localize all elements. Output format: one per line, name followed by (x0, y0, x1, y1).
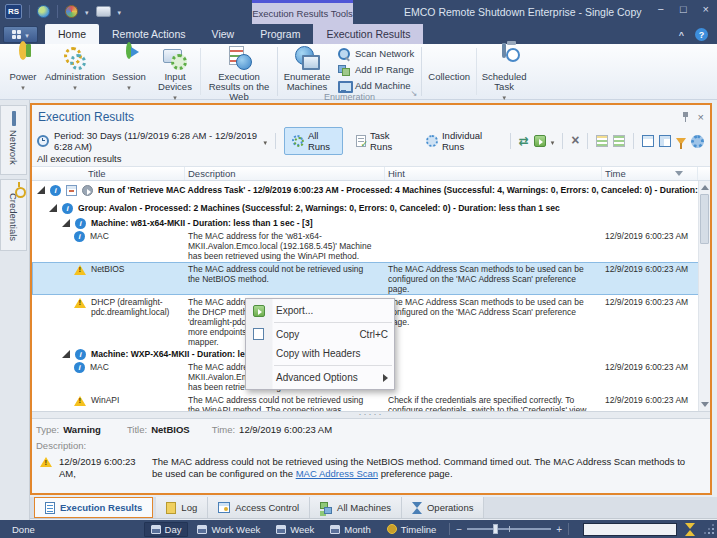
table-row-result[interactable]: MAC The MAC address for the 'w81-x64-MKI… (32, 229, 710, 262)
qat-customize-icon[interactable] (118, 6, 122, 17)
scrollbar-thumb[interactable] (700, 194, 709, 244)
minimize-button[interactable] (657, 3, 663, 15)
tab-access-control[interactable]: Access Control (208, 497, 310, 518)
day-view-button[interactable]: Day (144, 522, 189, 537)
shortcut-label: Ctrl+C (359, 329, 388, 340)
tab-home[interactable]: Home (45, 24, 99, 44)
tab-execution-results[interactable]: Execution Results (313, 24, 423, 44)
menu-item-export[interactable]: Export... (246, 301, 394, 320)
delete-icon[interactable] (571, 135, 579, 147)
dropdown-arrow-icon[interactable] (551, 136, 555, 147)
session-button[interactable]: Session (107, 44, 151, 103)
menu-item-copy[interactable]: Copy Ctrl+C (246, 325, 394, 344)
collection-button[interactable]: Collection (423, 44, 475, 103)
month-view-button[interactable]: Month (323, 522, 377, 537)
add-machine-button[interactable]: Add Machine (338, 79, 414, 92)
scan-network-button[interactable]: Scan Network (338, 47, 414, 60)
administration-button[interactable]: Administration (43, 44, 107, 103)
collapse-ribbon-icon[interactable] (679, 30, 684, 40)
group-label: Enumeration (279, 92, 420, 102)
splitter-handle[interactable] (32, 411, 710, 419)
side-tab-strip: Network Credentials (0, 100, 30, 520)
dropdown-arrow-icon[interactable] (264, 136, 268, 147)
expander-icon[interactable] (37, 186, 45, 194)
expand-all-icon[interactable] (596, 135, 608, 147)
grid-view-icon[interactable] (659, 135, 671, 147)
resize-grip[interactable] (703, 525, 715, 537)
add-ip-range-button[interactable]: Add IP Range (338, 63, 414, 76)
expander-icon[interactable] (62, 219, 70, 227)
power-button[interactable]: Power (3, 44, 43, 103)
task-runs-button[interactable]: Task Runs (348, 127, 413, 155)
column-header-title[interactable]: Title (32, 167, 185, 180)
table-row-machine[interactable]: Machine: w81-x64-MKII - Duration: less t… (32, 217, 710, 229)
dropdown-arrow-icon (502, 92, 506, 103)
panel-close-icon[interactable] (698, 112, 704, 122)
enumerate-machines-button[interactable]: Enumerate Machines (279, 44, 335, 92)
week-view-button[interactable]: Week (269, 522, 321, 537)
maximize-button[interactable] (680, 3, 687, 15)
tab-remote-actions[interactable]: Remote Actions (99, 24, 199, 44)
filter-icon[interactable] (676, 138, 686, 145)
collapse-all-icon[interactable] (613, 135, 625, 147)
row-text: Group: Avalon - Processed: 2 Machines (S… (78, 203, 560, 213)
tab-view[interactable]: View (199, 24, 248, 44)
web-icon[interactable] (37, 5, 50, 18)
pin-icon[interactable] (681, 112, 690, 122)
compare-icon[interactable] (519, 134, 529, 148)
column-header-description[interactable]: Description (185, 167, 385, 180)
details-view-icon[interactable] (642, 135, 654, 147)
table-row-run[interactable]: Run of 'Retrieve MAC Address Task' - 12/… (32, 181, 710, 199)
column-header-hint[interactable]: Hint (385, 167, 602, 180)
button-label: Input Devices (151, 72, 199, 92)
vertical-scrollbar[interactable] (698, 181, 710, 411)
sidebar-tab-credentials[interactable]: Credentials (0, 179, 27, 251)
period-selector[interactable]: Period: 30 Days (11/9/2019 6:28 AM - 12/… (54, 130, 259, 152)
zoom-out-button[interactable]: − (456, 524, 462, 535)
theme-icon[interactable] (65, 5, 78, 18)
scroll-down-icon[interactable] (701, 402, 709, 407)
snapshot-icon[interactable] (96, 6, 111, 17)
all-runs-button[interactable]: All Runs (284, 127, 343, 155)
scheduled-task-button[interactable]: Scheduled Task (478, 44, 530, 103)
status-bar: Done Day Work Week Week Month Timeline −… (0, 520, 717, 538)
sidebar-tab-network[interactable]: Network (0, 105, 27, 175)
status-text: Done (12, 524, 35, 535)
button-label: Add IP Range (355, 64, 414, 75)
table-row-result-selected[interactable]: NetBIOS The MAC address could not be ret… (32, 262, 710, 295)
menu-item-advanced-options[interactable]: Advanced Options (246, 368, 394, 387)
dropdown-arrow-icon[interactable] (85, 6, 89, 17)
expander-icon[interactable] (49, 204, 57, 212)
app-menu-button[interactable] (3, 26, 38, 43)
mac-address-scan-link[interactable]: MAC Address Scan (296, 468, 378, 479)
tab-all-machines[interactable]: All Machines (310, 497, 402, 518)
tab-operations[interactable]: Operations (402, 497, 484, 518)
execution-results-web-button[interactable]: Execution Results on the Web (202, 44, 276, 103)
work-week-view-button[interactable]: Work Week (190, 522, 267, 537)
divider (562, 133, 563, 149)
close-button[interactable] (703, 3, 709, 15)
result-description: The MAC address could not be retrieved u… (185, 262, 385, 285)
zoom-slider[interactable] (467, 528, 551, 530)
help-icon[interactable] (695, 28, 708, 41)
result-hint: Check if the credentials are specified c… (385, 393, 602, 411)
zoom-in-button[interactable]: + (556, 524, 562, 535)
tab-program[interactable]: Program (247, 24, 313, 44)
column-header-time[interactable]: Time (602, 167, 698, 180)
slider-thumb[interactable] (493, 524, 498, 534)
menu-item-copy-with-headers[interactable]: Copy with Headers (246, 344, 394, 363)
table-row-group[interactable]: Group: Avalon - Processed: 2 Machines (S… (32, 199, 710, 217)
settings-gear-icon[interactable] (691, 135, 704, 148)
expander-icon[interactable] (62, 350, 70, 358)
type-label: Type: (36, 424, 59, 435)
dialog-launcher-icon[interactable] (410, 89, 417, 98)
scroll-up-icon[interactable] (701, 185, 709, 190)
table-row-result[interactable]: WinAPI The MAC address could not be retr… (32, 393, 710, 411)
tab-log[interactable]: Log (156, 497, 208, 518)
export-icon[interactable] (534, 135, 546, 147)
individual-runs-button[interactable]: Individual Runs (418, 127, 502, 155)
warning-icon (74, 396, 86, 406)
tab-execution-results-bottom[interactable]: Execution Results (34, 497, 153, 518)
input-devices-button[interactable]: Input Devices (151, 44, 199, 103)
timeline-view-button[interactable]: Timeline (380, 522, 444, 537)
